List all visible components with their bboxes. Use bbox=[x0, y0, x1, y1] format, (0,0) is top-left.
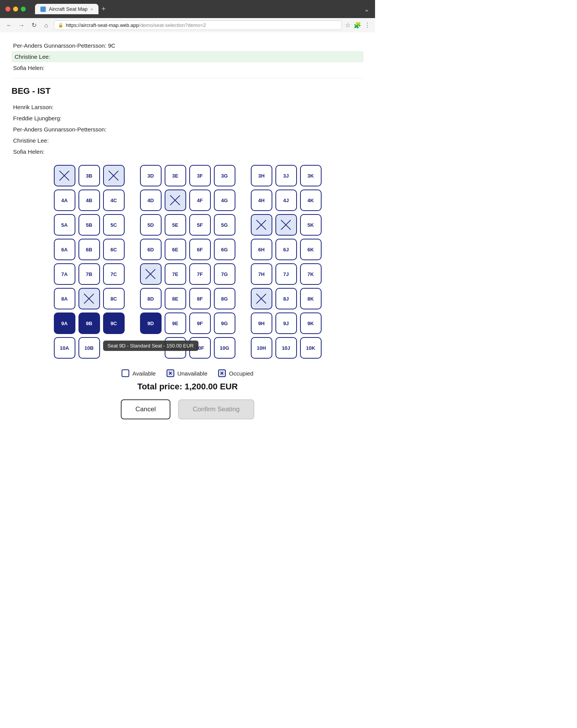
seat-6h[interactable]: 6H bbox=[251, 239, 272, 260]
seat-10g[interactable]: 10G bbox=[214, 337, 235, 359]
seat-6g[interactable]: 6G bbox=[214, 239, 235, 260]
seat-5e[interactable]: 5E bbox=[165, 214, 186, 236]
seat-4a[interactable]: 4A bbox=[54, 189, 75, 211]
seat-4j[interactable]: 4J bbox=[275, 189, 297, 211]
more-options-button[interactable]: ⋮ bbox=[364, 22, 370, 29]
beg-ist-passengers-list: Henrik Larsson: Freddie Ljungberg: Per-A… bbox=[12, 101, 364, 157]
seat-4f[interactable]: 4F bbox=[189, 189, 211, 211]
confirm-seating-button[interactable]: Confirm Seating bbox=[178, 399, 254, 419]
forward-button[interactable]: → bbox=[17, 21, 26, 30]
tab-close-button[interactable]: × bbox=[90, 7, 93, 12]
seat-8g[interactable]: 8G bbox=[214, 288, 235, 309]
seat-4d[interactable]: 4D bbox=[140, 189, 162, 211]
browser-menu-icon[interactable]: ⌄ bbox=[364, 5, 370, 13]
seat-6e[interactable]: 6E bbox=[165, 239, 186, 260]
seat-3h[interactable]: 3H bbox=[251, 165, 272, 186]
seat-8e[interactable]: 8E bbox=[165, 288, 186, 309]
seat-3k[interactable]: 3K bbox=[300, 165, 322, 186]
seat-6j[interactable]: 6J bbox=[275, 239, 297, 260]
seat-7d[interactable] bbox=[140, 263, 162, 285]
seat-6d[interactable]: 6D bbox=[140, 239, 162, 260]
extensions-button[interactable]: 🧩 bbox=[354, 22, 361, 29]
seat-7b[interactable]: 7B bbox=[78, 263, 100, 285]
seat-group-defg: 8D 8E 8F 8G bbox=[140, 288, 235, 309]
seat-5d[interactable]: 5D bbox=[140, 214, 162, 236]
seat-7k[interactable]: 7K bbox=[300, 263, 322, 285]
active-tab[interactable]: Aircraft Seat Map × bbox=[35, 4, 98, 14]
seat-3a[interactable] bbox=[54, 165, 75, 186]
seat-8a[interactable]: 8A bbox=[54, 288, 75, 309]
new-tab-button[interactable]: + bbox=[102, 5, 106, 13]
seat-6a[interactable]: 6A bbox=[54, 239, 75, 260]
maximize-window-button[interactable] bbox=[21, 7, 26, 12]
seat-4g[interactable]: 4G bbox=[214, 189, 235, 211]
seat-4e[interactable] bbox=[165, 189, 186, 211]
seat-4h[interactable]: 4H bbox=[251, 189, 272, 211]
seat-3j[interactable]: 3J bbox=[275, 165, 297, 186]
seat-7e[interactable]: 7E bbox=[165, 263, 186, 285]
seat-9a[interactable]: 9A bbox=[54, 312, 75, 334]
seat-9d[interactable]: 9D bbox=[140, 312, 162, 334]
refresh-button[interactable]: ↻ bbox=[29, 21, 38, 30]
seat-9g[interactable]: 9G bbox=[214, 312, 235, 334]
seat-5k[interactable]: 5K bbox=[300, 214, 322, 236]
seat-3g[interactable]: 3G bbox=[214, 165, 235, 186]
seat-8j[interactable]: 8J bbox=[275, 288, 297, 309]
seat-5g[interactable]: 5G bbox=[214, 214, 235, 236]
seat-4b[interactable]: 4B bbox=[78, 189, 100, 211]
seat-3c[interactable] bbox=[103, 165, 125, 186]
seat-3e[interactable]: 3E bbox=[165, 165, 186, 186]
seat-3d[interactable]: 3D bbox=[140, 165, 162, 186]
back-button[interactable]: ← bbox=[5, 21, 14, 30]
seat-10a[interactable]: 10A bbox=[54, 337, 75, 359]
seat-10k[interactable]: 10K bbox=[300, 337, 322, 359]
seat-9h[interactable]: 9H bbox=[251, 312, 272, 334]
page-content: Per-Anders Gunnarsson-Pettersson: 9C Chr… bbox=[0, 32, 375, 439]
seat-8c[interactable]: 8C bbox=[103, 288, 125, 309]
close-window-button[interactable] bbox=[5, 7, 10, 12]
seat-10b[interactable]: 10B bbox=[78, 337, 100, 359]
seat-6f[interactable]: 6F bbox=[189, 239, 211, 260]
seat-7c[interactable]: 7C bbox=[103, 263, 125, 285]
seat-7g[interactable]: 7G bbox=[214, 263, 235, 285]
seat-5f[interactable]: 5F bbox=[189, 214, 211, 236]
seat-6k[interactable]: 6K bbox=[300, 239, 322, 260]
seat-5c[interactable]: 5C bbox=[103, 214, 125, 236]
seat-5h[interactable] bbox=[251, 214, 272, 236]
seat-9c[interactable]: 9C bbox=[103, 312, 125, 334]
seat-10f[interactable]: 10F bbox=[189, 337, 211, 359]
seat-6c[interactable]: 6C bbox=[103, 239, 125, 260]
seat-7a[interactable]: 7A bbox=[54, 263, 75, 285]
seat-9f[interactable]: 9F bbox=[189, 312, 211, 334]
seat-9e[interactable]: 9E bbox=[165, 312, 186, 334]
seat-5b[interactable]: 5B bbox=[78, 214, 100, 236]
seat-6b[interactable]: 6B bbox=[78, 239, 100, 260]
seat-8d[interactable]: 8D bbox=[140, 288, 162, 309]
seat-10e[interactable]: 10E bbox=[165, 337, 186, 359]
seat-group-defg: 10E 10F 10G bbox=[140, 337, 235, 359]
seat-8f[interactable]: 8F bbox=[189, 288, 211, 309]
seat-4k[interactable]: 4K bbox=[300, 189, 322, 211]
seat-9b[interactable]: 9B bbox=[78, 312, 100, 334]
home-button[interactable]: ⌂ bbox=[42, 21, 51, 30]
seat-8h[interactable] bbox=[251, 288, 272, 309]
address-bar[interactable]: 🔒 https://aircraft-seat-map.web.app/demo… bbox=[54, 20, 342, 30]
seat-5a[interactable]: 5A bbox=[54, 214, 75, 236]
seat-5j[interactable] bbox=[275, 214, 297, 236]
minimize-window-button[interactable] bbox=[13, 7, 18, 12]
seat-9k[interactable]: 9K bbox=[300, 312, 322, 334]
seat-10h[interactable]: 10H bbox=[251, 337, 272, 359]
cancel-button[interactable]: Cancel bbox=[121, 399, 170, 419]
seat-8k[interactable]: 8K bbox=[300, 288, 322, 309]
seat-7j[interactable]: 7J bbox=[275, 263, 297, 285]
seat-4c[interactable]: 4C bbox=[103, 189, 125, 211]
seat-7h[interactable]: 7H bbox=[251, 263, 272, 285]
seat-8b[interactable] bbox=[78, 288, 100, 309]
seat-9j[interactable]: 9J bbox=[275, 312, 297, 334]
seat-3f[interactable]: 3F bbox=[189, 165, 211, 186]
seat-7f[interactable]: 7F bbox=[189, 263, 211, 285]
seat-10j[interactable]: 10J bbox=[275, 337, 297, 359]
available-icon bbox=[122, 369, 129, 377]
bookmark-button[interactable]: ☆ bbox=[345, 22, 350, 29]
seat-3b[interactable]: 3B bbox=[78, 165, 100, 186]
